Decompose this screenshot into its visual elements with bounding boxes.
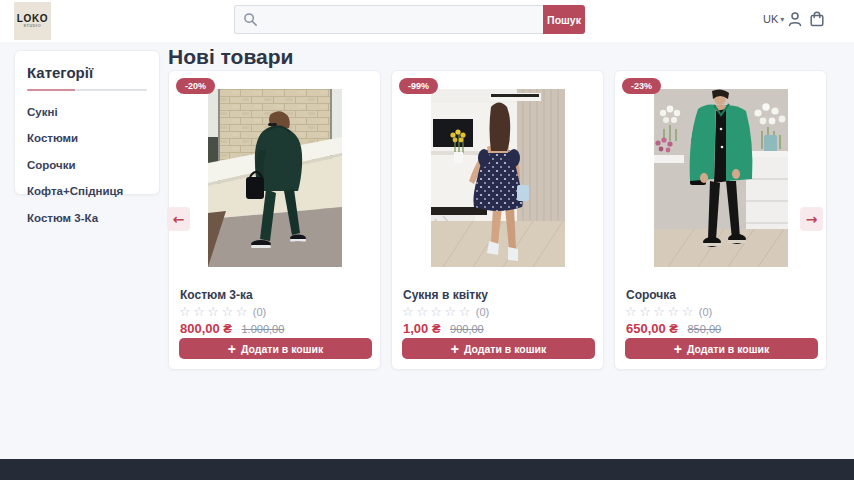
rating-stars: ☆☆☆☆☆(0) bbox=[179, 304, 266, 319]
star-icon: ☆ bbox=[430, 304, 444, 319]
star-icon: ☆ bbox=[179, 304, 193, 319]
product-card[interactable]: -99% bbox=[391, 70, 604, 370]
discount-badge: -20% bbox=[176, 78, 215, 94]
product-photo[interactable] bbox=[208, 89, 342, 267]
price-row: 800,00 ₴ 1.000,00 bbox=[180, 319, 284, 337]
product-name[interactable]: Сукня в квітку bbox=[403, 288, 488, 302]
price-row: 1,00 ₴ 900,00 bbox=[403, 319, 484, 337]
sidebar-divider bbox=[27, 89, 147, 91]
rating-stars: ☆☆☆☆☆(0) bbox=[625, 304, 712, 319]
star-icon: ☆ bbox=[639, 304, 653, 319]
star-icon: ☆ bbox=[221, 304, 235, 319]
star-icon: ☆ bbox=[416, 304, 430, 319]
sidebar-title: Категорії bbox=[27, 64, 147, 81]
carousel-next-button[interactable]: → bbox=[800, 207, 823, 231]
language-selector[interactable]: UK ▾ bbox=[763, 13, 784, 25]
star-icon: ☆ bbox=[402, 304, 416, 319]
sidebar-item-sorochky[interactable]: Сорочки bbox=[27, 159, 147, 171]
category-sidebar: Категорії Сукні Костюми Сорочки Кофта+Сп… bbox=[14, 50, 160, 195]
sidebar-item-kostiumy[interactable]: Костюми bbox=[27, 132, 147, 144]
rating-count: (0) bbox=[253, 306, 266, 318]
footer-bar bbox=[0, 459, 854, 480]
page-title: Нові товари bbox=[168, 45, 293, 69]
plus-icon: + bbox=[228, 342, 236, 356]
star-icon: ☆ bbox=[625, 304, 639, 319]
category-list: Сукні Костюми Сорочки Кофта+Спідниця Кос… bbox=[27, 106, 147, 224]
star-icon: ☆ bbox=[193, 304, 207, 319]
plus-icon: + bbox=[451, 342, 459, 356]
star-icon: ☆ bbox=[444, 304, 458, 319]
logo-subtext: STUDIO bbox=[24, 24, 42, 28]
discount-badge: -23% bbox=[622, 78, 661, 94]
arrow-left-icon: ← bbox=[173, 211, 185, 227]
add-to-cart-button[interactable]: + Додати в кошик bbox=[625, 338, 818, 359]
language-label: UK bbox=[763, 13, 778, 25]
star-icon: ☆ bbox=[459, 304, 473, 319]
rating-count: (0) bbox=[476, 306, 489, 318]
storefront-page: LOKO STUDIO Пошук UK ▾ Н bbox=[0, 0, 854, 480]
logo-text: LOKO bbox=[17, 13, 48, 24]
account-icon[interactable] bbox=[786, 10, 804, 28]
discount-badge: -99% bbox=[399, 78, 438, 94]
rating-stars: ☆☆☆☆☆(0) bbox=[402, 304, 489, 319]
current-price: 800,00 ₴ bbox=[180, 321, 232, 336]
carousel-prev-button[interactable]: ← bbox=[167, 207, 190, 231]
product-name[interactable]: Сорочка bbox=[626, 288, 676, 302]
product-photo[interactable] bbox=[654, 89, 788, 267]
sidebar-item-kostium-3ka[interactable]: Костюм 3-Ка bbox=[27, 212, 147, 224]
add-to-cart-label: Додати в кошик bbox=[687, 343, 769, 355]
product-card[interactable]: -20% bbox=[168, 70, 381, 370]
star-icon: ☆ bbox=[653, 304, 667, 319]
price-row: 650,00 ₴ 850,00 bbox=[626, 319, 721, 337]
search-bar: Пошук bbox=[234, 5, 585, 34]
add-to-cart-button[interactable]: + Додати в кошик bbox=[402, 338, 595, 359]
product-photo[interactable] bbox=[431, 89, 565, 267]
current-price: 650,00 ₴ bbox=[626, 321, 678, 336]
sidebar-item-kofta-spidnytsia[interactable]: Кофта+Спідниця bbox=[27, 185, 147, 197]
star-icon: ☆ bbox=[207, 304, 221, 319]
old-price: 850,00 bbox=[688, 323, 722, 335]
plus-icon: + bbox=[674, 342, 682, 356]
logo[interactable]: LOKO STUDIO bbox=[14, 2, 51, 40]
add-to-cart-label: Додати в кошик bbox=[464, 343, 546, 355]
chevron-down-icon: ▾ bbox=[780, 15, 784, 24]
cart-icon[interactable] bbox=[808, 10, 826, 28]
search-button[interactable]: Пошук bbox=[543, 5, 585, 34]
current-price: 1,00 ₴ bbox=[403, 321, 441, 336]
old-price: 900,00 bbox=[450, 323, 484, 335]
sidebar-item-sukni[interactable]: Сукні bbox=[27, 106, 147, 118]
old-price: 1.000,00 bbox=[242, 323, 285, 335]
arrow-right-icon: → bbox=[806, 211, 818, 227]
rating-count: (0) bbox=[699, 306, 712, 318]
add-to-cart-button[interactable]: + Додати в кошик bbox=[179, 338, 372, 359]
star-icon: ☆ bbox=[236, 304, 250, 319]
star-icon: ☆ bbox=[667, 304, 681, 319]
product-card[interactable]: -23% bbox=[614, 70, 827, 370]
search-input[interactable] bbox=[234, 5, 543, 34]
product-name[interactable]: Костюм 3-ка bbox=[180, 288, 253, 302]
header: LOKO STUDIO Пошук UK ▾ bbox=[0, 0, 854, 42]
add-to-cart-label: Додати в кошик bbox=[241, 343, 323, 355]
star-icon: ☆ bbox=[682, 304, 696, 319]
